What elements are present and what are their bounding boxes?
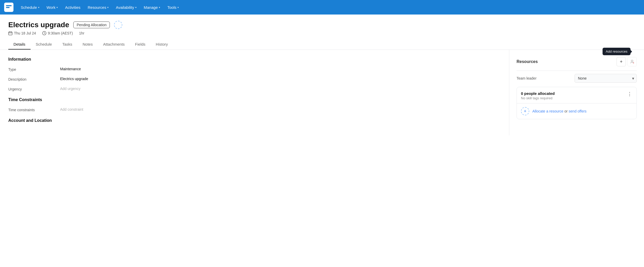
resources-section-title: Resources xyxy=(517,59,538,64)
allocation-count: 0 people allocated xyxy=(521,91,555,96)
page-meta: Thu 18 Jul 24 9:30am (AEST) 1hr xyxy=(8,31,636,35)
account-location-section-title: Account and Location xyxy=(8,118,501,123)
tab-details[interactable]: Details xyxy=(8,39,31,50)
tab-notes[interactable]: Notes xyxy=(77,39,98,50)
nav-work[interactable]: Work ▾ xyxy=(44,3,61,12)
team-leader-select-wrapper: None xyxy=(575,74,637,83)
nav-resources[interactable]: Resources ▾ xyxy=(84,3,112,12)
remove-icon xyxy=(630,60,634,64)
team-leader-label: Team leader xyxy=(517,76,536,80)
navigation: Schedule ▾ Work ▾ Activities Resources ▾… xyxy=(0,0,644,15)
left-panel: Information Type Maintenance Description… xyxy=(0,50,509,135)
type-label: Type xyxy=(8,67,60,72)
tab-tasks[interactable]: Tasks xyxy=(57,39,77,50)
tab-attachments[interactable]: Attachments xyxy=(98,39,130,50)
chevron-down-icon: ▾ xyxy=(159,6,160,9)
add-resources-tooltip: Add resources xyxy=(603,48,631,55)
description-value: Electrics upgrade xyxy=(60,77,88,81)
send-offers-link[interactable]: send offers xyxy=(569,109,586,113)
page-body: Information Type Maintenance Description… xyxy=(0,50,644,135)
allocation-card: 0 people allocated No skill tags require… xyxy=(517,87,637,119)
chevron-down-icon: ▾ xyxy=(56,6,58,9)
nav-manage[interactable]: Manage ▾ xyxy=(141,3,163,12)
remove-resources-button[interactable] xyxy=(627,57,637,66)
allocation-footer: + Allocate a resource or send offers xyxy=(517,103,636,119)
urgency-field-row: Urgency Add urgency xyxy=(8,87,501,91)
description-field-row: Description Electrics upgrade xyxy=(8,77,501,81)
calendar-icon xyxy=(8,31,12,35)
allocation-card-header: 0 people allocated No skill tags require… xyxy=(517,87,636,103)
allocate-icon-circle: + xyxy=(521,107,529,115)
chevron-down-icon: ▾ xyxy=(177,6,179,9)
tab-schedule[interactable]: Schedule xyxy=(31,39,57,50)
page-title: Electrics upgrade xyxy=(8,21,69,29)
time-constraints-value[interactable]: Add constraint xyxy=(60,107,83,111)
resource-action-buttons: Add resources + xyxy=(617,57,637,66)
team-leader-select[interactable]: None xyxy=(575,74,637,83)
resources-header: Resources Add resources + xyxy=(517,57,637,66)
logo[interactable] xyxy=(4,3,13,12)
nav-schedule[interactable]: Schedule ▾ xyxy=(18,3,42,12)
allocate-resource-link[interactable]: Allocate a resource xyxy=(532,109,563,113)
allocate-text: Allocate a resource or send offers xyxy=(532,109,586,113)
more-options-button[interactable]: ⋮ xyxy=(627,91,632,97)
chevron-down-icon: ▾ xyxy=(135,6,137,9)
urgency-value[interactable]: Add urgency xyxy=(60,87,81,91)
time-constraints-section-title: Time Constraints xyxy=(8,97,501,102)
page-content: Electrics upgrade Pending Allocation Thu… xyxy=(0,15,644,267)
add-resources-button[interactable]: + xyxy=(617,57,626,66)
clock-icon xyxy=(42,31,46,35)
svg-rect-0 xyxy=(9,32,12,35)
nav-tools[interactable]: Tools ▾ xyxy=(164,3,182,12)
duration-meta: 1hr xyxy=(79,31,84,35)
type-field-row: Type Maintenance xyxy=(8,67,501,72)
nav-activities[interactable]: Activities xyxy=(62,3,83,12)
tab-history[interactable]: History xyxy=(151,39,173,50)
team-leader-row: Team leader None xyxy=(517,74,637,83)
page-header: Electrics upgrade Pending Allocation Thu… xyxy=(0,15,644,50)
status-badge[interactable]: Pending Allocation xyxy=(73,22,110,28)
right-panel: Resources Add resources + xyxy=(509,50,644,135)
time-constraints-field-row: Time constraints Add constraint xyxy=(8,107,501,112)
information-section-title: Information xyxy=(8,57,501,62)
status-icon-circle xyxy=(114,21,122,29)
chevron-down-icon: ▾ xyxy=(38,6,39,9)
chevron-down-icon: ▾ xyxy=(107,6,109,9)
allocation-skills: No skill tags required xyxy=(521,96,555,100)
description-label: Description xyxy=(8,77,60,81)
type-value: Maintenance xyxy=(60,67,81,71)
plus-icon: + xyxy=(620,59,623,65)
nav-availability[interactable]: Availability ▾ xyxy=(113,3,140,12)
svg-line-6 xyxy=(44,33,45,34)
time-meta: 9:30am (AEST) xyxy=(42,31,73,35)
tab-fields[interactable]: Fields xyxy=(130,39,151,50)
tabs: Details Schedule Tasks Notes Attachments… xyxy=(8,39,636,50)
date-meta: Thu 18 Jul 24 xyxy=(8,31,36,35)
svg-point-7 xyxy=(631,60,633,62)
urgency-label: Urgency xyxy=(8,87,60,91)
time-constraints-label: Time constraints xyxy=(8,107,60,112)
